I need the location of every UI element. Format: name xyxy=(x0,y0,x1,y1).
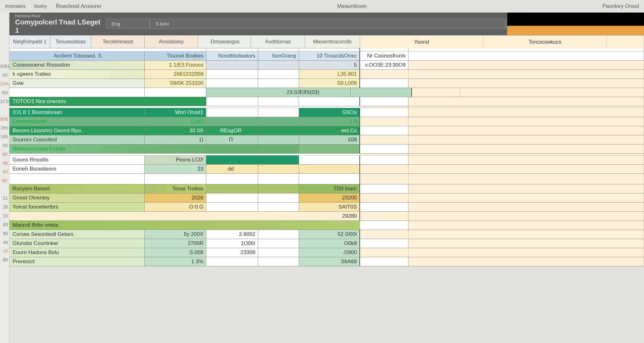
header-subtitle: Hentooo Roor xyxy=(15,14,103,18)
table-row[interactable]: Yoinst foncettertbrs O 0.G SAIT0S xyxy=(9,203,644,212)
cat-tab-right[interactable]: Yoond xyxy=(360,35,483,48)
table-row[interactable]: Sournrn Cosocltrol 1) П £08 xyxy=(9,135,644,144)
table-row[interactable]: Prereocrt 1 3% S6A68 xyxy=(9,257,644,266)
table-row[interactable]: 23.0JE8S(03) xyxy=(9,88,644,97)
col-hdr[interactable]: 10 TiroacdsOnec xyxy=(299,52,360,60)
table-row[interactable]: Goons Rnsstils Pexns LC0! xyxy=(9,155,644,165)
cat-tab[interactable]: Audttiornas xyxy=(251,35,305,48)
col-hdr[interactable]: SonGrang xyxy=(258,52,299,60)
table-row[interactable]: k ogeers Tratieo 2681032008 L35.801 xyxy=(9,70,644,79)
cat-tab[interactable]: -Drtoseaogos xyxy=(198,35,251,48)
cat-tab[interactable]: Nelgfnimpebl 1 xyxy=(9,35,50,48)
menu-item[interactable]: loony xyxy=(34,3,47,9)
col-hdr[interactable]: Tloonel Bodkes xyxy=(145,52,206,60)
table-row[interactable]: Becoro Llooortn) Geond Rpo . 30 0S REogO… xyxy=(9,126,644,135)
cat-tab[interactable]: Tenussodsias xyxy=(50,35,91,48)
column-headers: Arclient Toteoaed. S. Tloonel Bodkes Noo… xyxy=(9,52,644,61)
header-tab[interactable]: Eng xyxy=(106,19,150,29)
orange-strip xyxy=(507,26,644,35)
cat-tab[interactable]: Meoarntnocorolls xyxy=(305,35,360,48)
cat-tab-right[interactable]: Torcocookucs xyxy=(483,35,607,48)
table-row[interactable]: Gnoot Olventoy 2026 23200 xyxy=(9,193,644,203)
black-strip xyxy=(507,13,644,26)
header-tab[interactable]: S.lomt xyxy=(150,19,506,29)
table-row[interactable]: Eronrrorooodo CUCI 1 0 xyxy=(9,117,644,126)
data-grid: Arclient Toteoaed. S. Tloonel Bodkes Noo… xyxy=(9,52,644,266)
table-row[interactable] xyxy=(9,174,644,184)
sheet-header: Hentooo Roor Comypolcerl Tnad LSeget 1 E… xyxy=(9,13,644,35)
header-title: Comypolcerl Tnad LSeget 1 xyxy=(15,18,103,35)
section-header: Brorunocoraos Entolts xyxy=(9,144,644,154)
table-row[interactable]: Gow S9/0K 253200 S9.L006 xyxy=(9,79,644,88)
menu-center: Meauntkoon xyxy=(337,3,367,9)
menu-item[interactable]: Roaclesst Aroourer xyxy=(56,3,102,9)
section-header: (O1 8 1 Boortolorsan Worl Onod1 G0Cls xyxy=(9,108,644,117)
table-row[interactable]: Cooeswoens/ Roosstion 1 1/E3.Fooocs 5 v.… xyxy=(9,61,644,70)
col-hdr[interactable]: Arclient Toteoaed. S. xyxy=(9,52,145,60)
table-row[interactable]: Glunsbs Countnker 2700R 1O06I O0k8 xyxy=(9,239,644,248)
section-header: TOTOO1 Nce onersos xyxy=(9,97,644,106)
section-header: Rocyern Benort Toroo Trotloo TD0 loarn xyxy=(9,184,644,193)
menu-item[interactable]: monsers xyxy=(5,3,25,9)
cat-tab[interactable]: Tecolehinasst xyxy=(91,35,145,48)
col-hdr[interactable]: Nr Coonosfrunis xyxy=(360,52,408,60)
col-hdr[interactable]: Noodttsdioalors xyxy=(206,52,258,60)
table-row[interactable]: Eoorn Hadons Bolu S.008 23308 /2900 xyxy=(9,248,644,257)
top-menubar: monsers loony Roaclesst Aroourer Meauntk… xyxy=(0,0,644,13)
table-row[interactable]: Corses Sesontiedl Getars 5y 200X 2.8002 … xyxy=(9,230,644,239)
table-row[interactable]: 29280 xyxy=(9,212,644,221)
table-row[interactable]: Eoneh Bscesteoro 23 dd xyxy=(9,165,644,174)
cat-tab[interactable]: Anoobioloy xyxy=(145,35,198,48)
category-tabs: Nelgfnimpebl 1 Tenussodsias Tecolehinass… xyxy=(9,35,644,48)
menu-right[interactable]: Paonlory Onsol xyxy=(602,3,639,9)
row-gutter: 10810X 10%tGt 1CS 30S2es 1850S 00'00 859… xyxy=(0,13,9,343)
section-header: Maoroll Rrfsr-ortets xyxy=(9,221,644,230)
